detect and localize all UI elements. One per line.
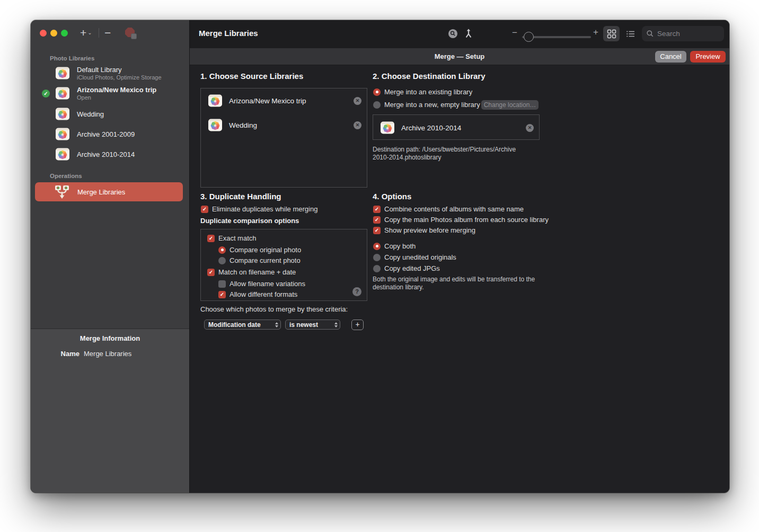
merge-arrows-icon[interactable] [464, 28, 473, 39]
merge-new-label: Merge into a new, empty library [384, 101, 480, 109]
radio-selected-icon[interactable] [373, 243, 381, 250]
remove-source-icon[interactable]: ✕ [354, 121, 361, 129]
stepper-icon [275, 322, 278, 327]
compare-original-label: Compare original photo [230, 246, 301, 254]
match-filename-row[interactable]: ✓ Match on filename + date [207, 268, 296, 276]
zoom-preview-icon[interactable] [448, 29, 458, 39]
radio-unselected-icon[interactable] [373, 265, 381, 272]
allow-formats-row[interactable]: ✓ Allow different formats [218, 290, 297, 298]
photos-library-icon [380, 121, 395, 135]
library-title: Arizona/New Mexico trip [77, 86, 156, 94]
criteria-rule-select[interactable]: is newest [285, 320, 340, 330]
options-heading: 4. Options [373, 192, 411, 201]
allow-variations-row[interactable]: Allow filename variations [218, 280, 305, 288]
zoom-out-icon[interactable]: − [512, 28, 517, 38]
radio-selected-icon[interactable] [373, 88, 381, 96]
chevron-down-icon: ⌄ [87, 30, 92, 36]
show-preview-label: Show preview before merging [384, 226, 475, 234]
radio-unselected-icon[interactable] [218, 257, 226, 264]
photos-library-icon [55, 147, 70, 161]
operation-title: Merge Libraries [77, 188, 125, 196]
checkbox-unchecked-icon[interactable] [218, 280, 226, 288]
sidebar-item-arizona[interactable]: Arizona/New Mexico trip Open [55, 83, 185, 104]
copy-both-label: Copy both [384, 242, 416, 250]
sidebar-item-merge-libraries[interactable]: Merge Libraries [35, 182, 183, 201]
merge-new-row[interactable]: Merge into a new, empty library [373, 101, 480, 109]
library-subtitle: Open [77, 94, 156, 101]
criteria-rule-value: is newest [289, 321, 331, 329]
add-library-button[interactable]: +⌄ [80, 25, 92, 40]
source-library-row[interactable]: Wedding ✕ [201, 113, 367, 137]
preview-button[interactable]: Preview [690, 51, 726, 63]
allow-formats-label: Allow different formats [230, 290, 297, 298]
copy-photos-album-row[interactable]: ✓ Copy the main Photos album from each s… [373, 216, 549, 224]
search-icon [646, 30, 654, 38]
name-value: Merge Libraries [84, 350, 131, 358]
eliminate-duplicates-row[interactable]: ✓ Eliminate duplicates while merging [201, 205, 317, 213]
photos-library-icon [55, 127, 70, 141]
copy-edited-label: Copy edited JPGs [384, 264, 440, 272]
criteria-field-value: Modification date [208, 321, 272, 329]
merge-information-panel: Merge Information Name Merge Libraries [31, 329, 189, 493]
destination-library-row[interactable]: Archive 2010-2014 ✕ [373, 115, 539, 140]
source-library-row[interactable]: Arizona/New Mexico trip ✕ [201, 88, 367, 113]
cancel-button[interactable]: Cancel [655, 51, 686, 63]
add-criteria-button[interactable]: + [351, 320, 364, 330]
thumbnail-zoom-slider[interactable] [522, 36, 591, 38]
checkbox-checked-icon[interactable]: ✓ [207, 235, 215, 242]
sidebar-item-archive-2010-2014[interactable]: Archive 2010-2014 [55, 146, 185, 162]
sidebar-item-default-library[interactable]: Default Library iCloud Photos, Optimize … [55, 63, 185, 84]
radio-unselected-icon[interactable] [373, 101, 381, 109]
sidebar-section-photo-libraries: Photo Libraries [50, 55, 94, 61]
sidebar-section-operations: Operations [50, 173, 82, 179]
copy-both-row[interactable]: Copy both [373, 242, 416, 250]
remove-destination-icon[interactable]: ✕ [526, 124, 534, 132]
compare-current-label: Compare current photo [230, 256, 301, 264]
slider-thumb[interactable] [524, 32, 534, 42]
remove-source-icon[interactable]: ✕ [354, 97, 361, 105]
zoom-in-icon[interactable]: + [593, 27, 598, 38]
copy-unedited-row[interactable]: Copy unedited originals [373, 253, 456, 261]
search-field[interactable] [642, 26, 724, 41]
photos-library-icon [55, 66, 70, 80]
checkbox-checked-icon[interactable]: ✓ [201, 206, 208, 213]
grid-icon [607, 29, 616, 39]
combine-albums-row[interactable]: ✓ Combine contents of albums with same n… [373, 205, 524, 213]
checkbox-checked-icon[interactable]: ✓ [207, 269, 215, 276]
exact-match-row[interactable]: ✓ Exact match [207, 234, 257, 242]
compare-original-row[interactable]: Compare original photo [218, 246, 301, 254]
source-library-name: Wedding [229, 121, 347, 129]
merge-existing-label: Merge into an existing library [384, 88, 472, 96]
grid-view-button[interactable] [603, 26, 620, 41]
sidebar-item-archive-2001-2009[interactable]: Archive 2001-2009 [55, 126, 185, 142]
change-location-button[interactable]: Change location… [481, 100, 539, 110]
radio-selected-icon[interactable] [218, 246, 226, 254]
close-library-icon [125, 28, 137, 39]
copy-edited-row[interactable]: Copy edited JPGs [373, 264, 440, 272]
sidebar-item-wedding[interactable]: Wedding [55, 106, 185, 122]
photos-library-icon [208, 94, 223, 108]
destination-library-name: Archive 2010-2014 [401, 124, 519, 132]
merge-setup-title: Merge — Setup [190, 52, 729, 60]
destination-library-heading: 2. Choose Destination Library [373, 72, 486, 81]
radio-unselected-icon[interactable] [373, 254, 381, 261]
minimize-window-button[interactable] [50, 30, 57, 37]
merge-existing-row[interactable]: Merge into an existing library [373, 88, 472, 96]
help-button[interactable]: ? [352, 287, 361, 296]
remove-library-button[interactable]: − [104, 25, 111, 40]
checkbox-checked-icon[interactable]: ✓ [373, 227, 381, 234]
criteria-caption: Choose which photos to merge by these cr… [200, 305, 348, 313]
photos-library-icon [55, 86, 70, 100]
search-input[interactable] [657, 30, 720, 38]
checkbox-checked-icon[interactable]: ✓ [218, 291, 226, 298]
checkbox-checked-icon[interactable]: ✓ [373, 216, 381, 224]
destination-path-text: Destination path: /Users/bwebster/Pictur… [373, 146, 524, 161]
compare-current-row[interactable]: Compare current photo [218, 256, 301, 264]
close-window-button[interactable] [40, 30, 47, 37]
criteria-field-select[interactable]: Modification date [204, 320, 281, 330]
list-view-button[interactable] [622, 26, 639, 41]
show-preview-row[interactable]: ✓ Show preview before merging [373, 226, 475, 234]
comparison-options-title: Duplicate comparison options [200, 217, 299, 225]
zoom-window-button[interactable] [61, 30, 68, 37]
checkbox-checked-icon[interactable]: ✓ [373, 206, 381, 213]
